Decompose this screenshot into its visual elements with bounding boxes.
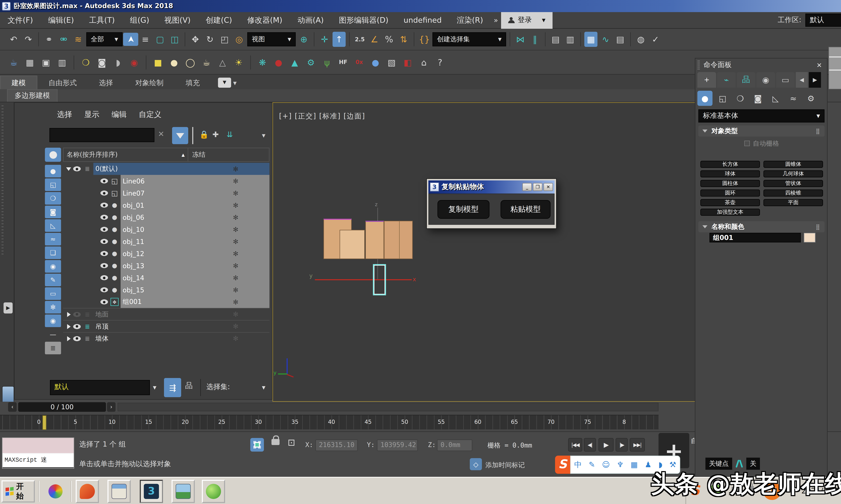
object-row[interactable]: obj_01 ✻ [63,199,270,211]
window-crossing-icon[interactable]: ◫ [168,32,181,47]
taskbar-app-photos[interactable] [172,480,195,503]
visibility-eye-icon[interactable] [73,336,81,341]
object-name-field[interactable]: 组001 [709,233,801,242]
active-layer-field[interactable]: 默认 [50,380,150,395]
render-setup-icon[interactable]: ▦ [23,55,36,70]
object-name[interactable]: obj_10 [121,223,202,235]
object-name[interactable]: 组001 [121,296,202,308]
tab-polygon-modeling[interactable]: 多边形建模 [7,89,57,102]
bind-spacewarp-icon[interactable]: ≋ [72,32,85,47]
spinner-snap-icon[interactable]: ⇅ [397,32,410,47]
compare-icon[interactable]: ◧ [401,55,414,70]
hair-fur-icon[interactable]: HF [337,55,350,70]
frozen-snowflake-icon[interactable]: ✻ [202,211,270,223]
expand-arrow-icon[interactable] [65,336,72,341]
mirror-icon[interactable]: ⋈ [514,32,527,47]
object-name[interactable]: 吊顶 [93,320,202,332]
layer-field-caret[interactable]: ▼ [153,385,156,390]
display-filter-icon[interactable]: ❍ [45,192,61,205]
display-filter-icon[interactable]: ◉ [45,314,61,327]
object-row[interactable]: Line06 ✻ [63,175,270,187]
help-icon[interactable]: ? [433,55,447,70]
command-panel-close-icon[interactable]: ✕ [817,61,822,69]
light-lister-icon[interactable]: ❍ [79,55,92,70]
display-filter-icon[interactable]: ◉ [45,260,61,273]
copy-model-button[interactable]: 复制模型 [437,200,490,219]
time-slider-handle[interactable] [42,415,47,430]
category-cameras-icon[interactable]: ◙ [750,91,766,106]
maxscript-pink-pane[interactable] [2,438,74,454]
panorama-icon[interactable]: ◗ [111,55,125,70]
object-row[interactable]: obj_11 ✻ [63,235,270,248]
visibility-eye-icon[interactable] [100,275,108,280]
next-frame-button2[interactable]: |▶ [616,438,628,452]
visibility-eye-icon[interactable] [73,312,81,317]
ribbon-dropdown-icon[interactable]: ▼ [218,78,231,88]
explorer-menu-item[interactable]: 显示 [84,110,99,120]
unlink-icon[interactable]: ⚮ [57,32,70,47]
taskbar-app-green[interactable] [202,480,225,503]
snap-25d-icon[interactable]: 2.5 [353,32,366,47]
ime-toolbar-icon[interactable]: ◗ [658,460,663,469]
object-row[interactable]: 墙体 ✻ [63,332,270,344]
undo-icon[interactable]: ↶ [7,32,20,47]
frozen-snowflake-icon[interactable]: ✻ [202,187,270,199]
drag-grip[interactable] [697,60,700,70]
selection-filter-dropdown[interactable]: 全部▼ [86,32,123,47]
menu-item[interactable]: 工具(T) [82,16,122,24]
taskbar-app-browser[interactable] [76,480,99,503]
scatter-icon[interactable]: ❋ [256,55,269,70]
layers-mode-icon[interactable]: ⇶ [164,378,181,397]
auto-key-button-partial[interactable]: 自 [691,436,695,446]
object-name[interactable]: 地面 [93,308,202,320]
panel-flyout-button[interactable]: ▶ [3,302,13,313]
primitive-button[interactable]: 圆柱体 [700,180,760,187]
autogrid-checkbox[interactable] [744,141,750,146]
menu-item[interactable]: 编辑(E) [40,16,82,24]
key-badge-label[interactable]: 关键点 [705,457,732,470]
time-tag-cube-icon[interactable]: ◇ [470,458,482,470]
search-clear-icon[interactable]: ✕ [158,129,164,139]
category-systems-icon[interactable]: ⚙ [803,91,819,106]
ribbon-caret-icon[interactable]: ▼ [233,80,237,86]
percent-snap-icon[interactable]: % [382,32,396,47]
use-pivot-center-icon[interactable]: ⊕ [297,32,310,47]
object-row[interactable]: obj_10 ✻ [63,223,270,235]
exposure-control-icon[interactable]: ▥ [55,55,69,70]
primitive-button[interactable]: 管状体 [763,180,823,187]
key-badge-label2[interactable]: 关 [746,457,760,470]
prev-frame-button[interactable]: ‹ [8,402,17,412]
named-selection-sets-icon[interactable]: {} [418,32,431,47]
y-coord-field[interactable]: 103959.42 [377,439,418,451]
object-row[interactable]: 吊顶 ✻ [63,320,270,332]
ime-toolbar-icon[interactable]: ⚒ [669,460,676,469]
menu-item[interactable]: 创建(C) [198,16,240,24]
object-row[interactable]: obj_06 ✻ [63,211,270,223]
model-box-mid[interactable] [365,221,384,259]
dialog-title-bar[interactable]: 3 复制粘贴物体 _ ❐ ✕ [428,180,554,194]
viewport-label[interactable]: [+] [正交] [标准] [边面] [279,112,365,121]
display-filter-icon[interactable]: ▭ [45,287,61,300]
expand-arrow-icon[interactable] [65,167,72,171]
frozen-snowflake-icon[interactable]: ✻ [202,284,270,296]
frozen-snowflake-icon[interactable]: ✻ [202,223,270,235]
visibility-eye-icon[interactable] [100,178,108,183]
login-dropdown-icon[interactable]: ▼ [542,18,546,23]
grass-icon[interactable]: ψ [321,55,333,70]
primitive-button[interactable]: 圆锥体 [763,161,823,168]
object-name[interactable]: Line07 [121,187,202,199]
display-filter-icon[interactable]: — [45,328,61,341]
ribbon-tab[interactable]: 对象绘制 [124,76,175,89]
play-button[interactable]: ▶ [598,438,614,452]
object-row[interactable]: obj_13 ✻ [63,259,270,272]
dialog-close-button[interactable]: ✕ [544,183,553,191]
ribbon-tab[interactable]: 自由形式 [37,76,88,89]
rendered-frame-icon[interactable]: ▣ [39,55,52,70]
create-selection-set-dropdown[interactable]: 创建选择集▼ [432,32,506,47]
expand-arrow-icon[interactable] [65,312,72,317]
rollout-object-type[interactable]: 对象类型 ⣿ [698,126,825,137]
snap-toggle-icon[interactable]: ✛ [318,32,331,47]
frozen-snowflake-icon[interactable]: ✻ [202,248,270,259]
viewport-canvas-icon[interactable]: ▧ [385,55,398,70]
tabs-scroll-left-icon[interactable]: ◀ [796,72,808,88]
